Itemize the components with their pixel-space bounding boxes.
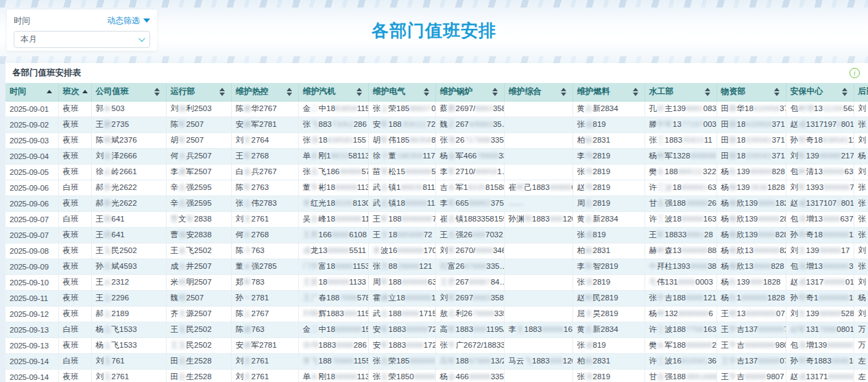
col-header-boiler[interactable]: 维护锅炉 — [435, 83, 504, 101]
cell-comprehensive — [504, 259, 572, 274]
col-header-logistics[interactable]: 后勤部 — [854, 83, 868, 101]
sort-icon[interactable] — [284, 88, 292, 96]
redacted-text: 柳 — [729, 246, 737, 254]
redacted-text: 888888 — [823, 230, 849, 239]
redacted-text: 玉 — [104, 372, 112, 381]
redacted-text: 晓 — [729, 309, 737, 318]
col-header-comprehensive[interactable]: 维护综合 — [504, 83, 572, 101]
redacted-text: 王广 — [303, 294, 319, 302]
redacted-text: 永 — [243, 262, 252, 270]
redacted-text: 88358 — [409, 136, 431, 144]
cell-company: 刘金泽2666 — [91, 148, 166, 164]
cell-turbine: 门学富1888881153 — [298, 259, 368, 274]
redacted-text: 李 — [373, 246, 381, 254]
cell-electrical: 武志18888881715 — [368, 306, 435, 322]
redacted-text: 军 — [448, 325, 456, 333]
sort-icon[interactable] — [771, 88, 780, 96]
redacted-text: 志 — [381, 183, 389, 191]
sort-asc-icon[interactable] — [44, 90, 52, 93]
col-header-thermal_control[interactable]: 维护热控 — [231, 83, 298, 101]
redacted-text: 83858 — [335, 104, 357, 112]
cell-operations: 何大兵2507 — [166, 148, 231, 164]
redacted-text: 78888 — [472, 309, 494, 318]
redacted-text: 树 — [798, 167, 806, 176]
cell-boiler: 敖志利2678888335… — [435, 306, 504, 322]
cell-company: 王晓641 — [91, 211, 166, 227]
redacted-text: 立 — [104, 294, 112, 302]
redacted-text: 二 — [311, 104, 319, 112]
redacted-text: 文 — [243, 357, 252, 365]
cell-fuel: 柏杨2831 — [572, 353, 644, 369]
col-header-operations[interactable]: 运行部 — [166, 83, 231, 101]
cell-electrical: 武志镇18883581165 — [368, 180, 435, 195]
col-header-turbine[interactable]: 维护汽机 — [298, 83, 368, 101]
col-header-date[interactable]: 时间 — [5, 83, 58, 101]
sort-asc-icon[interactable] — [80, 90, 88, 93]
cell-water_works: 许三波18877581636 — [644, 322, 716, 337]
sort-icon[interactable] — [421, 88, 429, 96]
redacted-text: 三 — [657, 215, 665, 223]
redacted-text: 军 — [381, 136, 389, 144]
redacted-text: 军 — [243, 183, 252, 191]
col-header-electrical[interactable]: 维护电气 — [368, 83, 435, 101]
sort-icon[interactable] — [702, 88, 710, 96]
redacted-text: 丽 — [729, 120, 737, 128]
redacted-text: 学 — [448, 341, 456, 349]
col-header-materials[interactable]: 物资部 — [716, 83, 786, 101]
redacted-text: 清 — [798, 262, 806, 270]
redacted-text: 78888 — [332, 357, 354, 365]
table-scroll-area[interactable]: 时间班次公司值班运行部维护热控维护汽机维护电气维护锅炉维护综合维护燃料水工部物资… — [5, 83, 868, 382]
info-icon[interactable]: i — [849, 68, 860, 78]
sort-icon[interactable] — [558, 88, 566, 96]
redacted-text: 王君 — [303, 230, 319, 239]
duty-table: 时间班次公司值班运行部维护热控维护汽机维护电气维护锅炉维护综合维护燃料水工部物资… — [5, 83, 868, 382]
cell-fuel: 李伟2819 — [572, 148, 644, 164]
cell-thermal_control: 孙一2781 — [231, 290, 298, 306]
redacted-text: 888888 — [690, 152, 716, 160]
sort-icon[interactable] — [490, 88, 498, 96]
redacted-text: 888 — [344, 309, 357, 318]
redacted-text: 358111 — [402, 120, 427, 128]
redacted-text: 8883 — [473, 294, 491, 302]
sort-icon[interactable] — [354, 88, 362, 96]
sort-icon[interactable] — [630, 88, 638, 96]
redacted-text: 晓 — [104, 215, 112, 223]
cell-shift: 白班 — [58, 322, 91, 337]
redacted-text: 8335 — [335, 199, 353, 207]
cell-thermal_control: 陈建763 — [231, 322, 298, 337]
col-header-water_works[interactable]: 水工部 — [644, 83, 716, 101]
cell-fuel: 柏杨2831 — [572, 243, 644, 259]
redacted-text: 鹏 — [448, 104, 456, 112]
cell-company: 王云2312 — [91, 274, 166, 290]
redacted-text: 8833 — [330, 152, 348, 160]
sort-icon[interactable] — [217, 88, 225, 96]
cell-turbine: 单永刚18833581138 — [298, 148, 368, 164]
redacted-text: 志 — [448, 230, 456, 239]
cell-logistics: 左 — [854, 353, 868, 369]
redacted-text: 888888 — [409, 357, 435, 365]
redacted-text: 立 — [243, 199, 252, 207]
redacted-text: 刘明 — [303, 309, 319, 318]
redacted-text: 阳 — [440, 262, 448, 270]
col-header-company[interactable]: 公司值班 — [91, 83, 166, 101]
redacted-text: 军 — [178, 136, 186, 144]
time-range-select[interactable]: 本月 — [14, 31, 150, 48]
col-header-security[interactable]: 安保中心 — [786, 83, 854, 101]
col-header-fuel[interactable]: 维护燃料 — [572, 83, 644, 101]
redacted-text: 志 — [448, 215, 456, 223]
col-header-shift[interactable]: 班次 — [58, 83, 91, 101]
sort-icon[interactable] — [152, 88, 160, 96]
redacted-text: 学 — [729, 341, 737, 349]
redacted-text: 中 — [649, 262, 658, 270]
redacted-text: 军 — [243, 152, 252, 160]
cell-turbine: 张飞88373062286 — [298, 117, 368, 132]
sort-icon[interactable] — [839, 88, 847, 96]
redacted-text: 学 — [729, 325, 737, 333]
dynamic-filter-link[interactable]: 动态筛选 — [107, 15, 150, 27]
redacted-text: 曹 — [171, 215, 179, 223]
redacted-text: 金 — [448, 372, 456, 381]
cell-thermal_control: 安建军2781 — [231, 337, 298, 353]
redacted-text: 志 — [381, 357, 389, 365]
redacted-text: 888888 — [758, 325, 784, 333]
redacted-text: 立 — [104, 325, 112, 333]
